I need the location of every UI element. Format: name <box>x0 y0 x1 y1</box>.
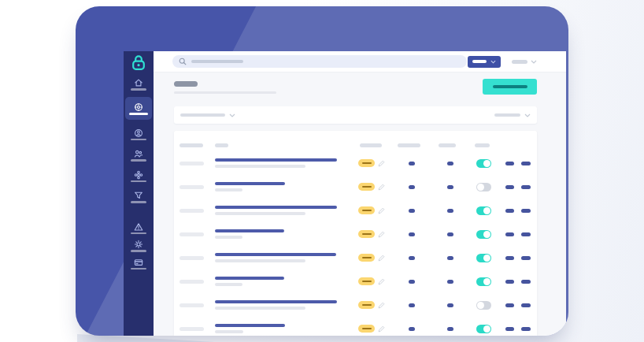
page-subtitle-placeholder <box>174 91 276 94</box>
edit-pencil-icon[interactable] <box>378 302 385 309</box>
page-title-block <box>174 80 276 94</box>
sidebar-item-apps[interactable] <box>125 168 152 184</box>
account-menu[interactable] <box>512 60 537 64</box>
nav-underline-bar <box>131 201 146 203</box>
action-link-placeholder[interactable] <box>521 185 531 189</box>
sidebar-item-settings[interactable] <box>125 237 152 253</box>
sidebar-item-account[interactable] <box>125 126 152 142</box>
row-id-placeholder <box>180 303 204 307</box>
enable-toggle[interactable] <box>476 301 491 310</box>
row-subtitle-placeholder <box>215 330 243 333</box>
sidebar-item-dashboard[interactable] <box>125 97 152 120</box>
edit-pencil-icon[interactable] <box>378 325 385 333</box>
row-title-placeholder <box>215 300 337 303</box>
account-label-bar <box>512 60 527 64</box>
nav-underline-bar <box>131 268 146 270</box>
value-dash-placeholder <box>409 232 415 236</box>
page-header <box>174 80 537 95</box>
search-input[interactable] <box>172 55 467 68</box>
column-header-placeholder <box>398 143 420 147</box>
edit-pencil-icon[interactable] <box>378 207 385 214</box>
sidebar-item-contacts[interactable] <box>125 147 152 162</box>
action-link-placeholder[interactable] <box>505 232 514 236</box>
status-badge[interactable] <box>358 254 375 262</box>
sort-label-bar <box>494 113 520 117</box>
action-link-placeholder[interactable] <box>521 256 531 260</box>
row-id-placeholder <box>180 232 204 236</box>
status-badge[interactable] <box>358 206 375 214</box>
status-badge[interactable] <box>358 301 375 309</box>
action-link-placeholder[interactable] <box>521 162 531 165</box>
edit-pencil-icon[interactable] <box>378 278 385 285</box>
nav-underline-bar <box>131 180 146 183</box>
status-badge[interactable] <box>358 230 375 238</box>
search-icon <box>179 58 187 65</box>
target-gear-icon <box>134 101 143 110</box>
table-row <box>180 222 531 246</box>
nav-underline-bar <box>129 113 148 115</box>
action-link-placeholder[interactable] <box>521 232 531 236</box>
row-id-placeholder <box>180 256 204 260</box>
primary-action-button[interactable] <box>483 79 537 95</box>
action-link-placeholder[interactable] <box>505 303 514 307</box>
chevron-down-icon <box>524 113 531 117</box>
row-title-placeholder <box>215 158 337 162</box>
table-body <box>180 151 531 336</box>
app-frame <box>76 6 568 336</box>
row-title-placeholder <box>215 182 285 185</box>
users-icon <box>134 147 143 157</box>
sidebar-item-alerts[interactable] <box>125 220 152 236</box>
data-table <box>174 131 537 336</box>
enable-toggle[interactable] <box>476 254 491 262</box>
action-link-placeholder[interactable] <box>521 303 531 307</box>
value-dash-placeholder <box>447 162 453 165</box>
sidebar-nav <box>124 76 154 273</box>
enable-toggle[interactable] <box>476 277 491 286</box>
value-dash-placeholder <box>409 280 415 284</box>
action-link-placeholder[interactable] <box>521 280 531 284</box>
action-link-placeholder[interactable] <box>505 209 514 213</box>
edit-pencil-icon[interactable] <box>378 160 385 167</box>
edit-pencil-icon[interactable] <box>378 231 385 238</box>
value-dash-placeholder <box>447 256 453 260</box>
page-content <box>154 72 566 336</box>
action-link-placeholder[interactable] <box>505 256 514 260</box>
enable-toggle[interactable] <box>476 183 491 191</box>
sidebar-item-home[interactable] <box>125 76 152 91</box>
row-title-placeholder <box>215 253 336 256</box>
value-dash-placeholder <box>409 185 415 189</box>
user-circle-icon <box>134 127 143 136</box>
enable-toggle[interactable] <box>476 159 491 168</box>
action-link-placeholder[interactable] <box>505 185 514 189</box>
action-link-placeholder[interactable] <box>505 280 514 284</box>
row-title-placeholder <box>215 206 337 209</box>
edit-pencil-icon[interactable] <box>378 184 385 191</box>
status-badge[interactable] <box>358 325 375 333</box>
edit-pencil-icon[interactable] <box>378 255 385 262</box>
app-window <box>124 51 566 336</box>
enable-toggle[interactable] <box>476 230 491 239</box>
chevron-down-icon <box>531 60 537 64</box>
sidebar-item-billing[interactable] <box>125 255 152 271</box>
gear-icon <box>134 238 143 247</box>
value-dash-placeholder <box>409 209 415 213</box>
status-badge[interactable] <box>358 277 375 285</box>
table-row <box>180 175 531 199</box>
action-link-placeholder[interactable] <box>505 162 514 165</box>
status-badge[interactable] <box>358 183 375 191</box>
sort-dropdown[interactable] <box>494 113 531 117</box>
sidebar-item-filter[interactable] <box>125 188 152 204</box>
enable-toggle[interactable] <box>476 206 491 215</box>
action-link-placeholder[interactable] <box>521 327 531 331</box>
nav-underline-bar <box>131 139 146 141</box>
action-link-placeholder[interactable] <box>505 327 514 331</box>
funnel-icon <box>134 189 143 199</box>
enable-toggle[interactable] <box>476 325 491 333</box>
filter-dropdown[interactable] <box>180 113 235 117</box>
primary-dropdown-button[interactable] <box>468 56 501 68</box>
status-badge[interactable] <box>358 159 375 167</box>
lock-logo-icon <box>131 54 146 72</box>
button-label-bar <box>493 85 527 88</box>
action-link-placeholder[interactable] <box>521 209 531 213</box>
row-title-placeholder <box>215 277 284 280</box>
